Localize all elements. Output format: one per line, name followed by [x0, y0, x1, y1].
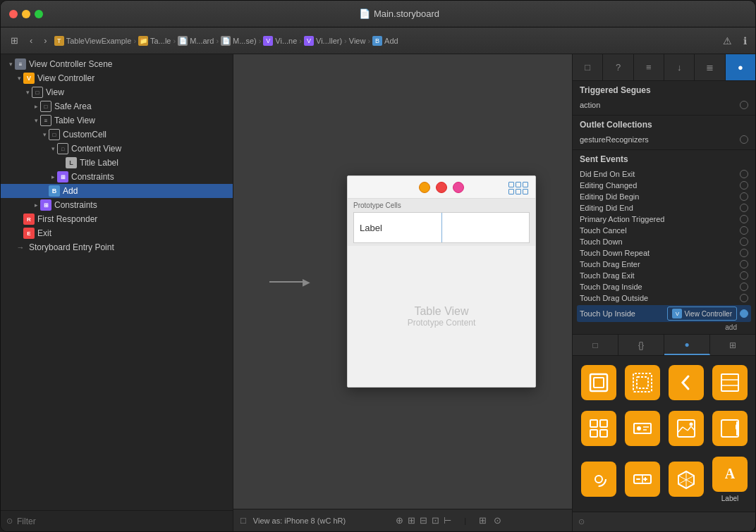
tree-item-view[interactable]: ▾ □ View	[1, 85, 233, 99]
tree-item-content-view[interactable]: ▾ □ Content View	[1, 142, 233, 156]
tab-attributes[interactable]: ↓	[664, 54, 695, 80]
canvas-zoom-icon[interactable]: ⊕	[396, 515, 403, 526]
connection-target-name: View Controller	[684, 310, 732, 318]
event-circle-touch-drag-enter[interactable]	[740, 260, 748, 268]
tree-label-add: Add	[63, 186, 78, 196]
connection-vc-icon: V	[672, 309, 682, 318]
svg-point-24	[592, 472, 606, 486]
event-circle-touch-drag-inside[interactable]	[740, 283, 748, 291]
lib-item-back-button[interactable]	[666, 361, 707, 404]
lib-item-table[interactable]	[709, 361, 750, 404]
event-circle-editing-did-begin[interactable]	[740, 192, 748, 201]
lib-item-label[interactable]: A Label	[709, 452, 750, 506]
tab-quickhelp[interactable]: ?	[603, 54, 633, 80]
tree-arrow-constraints-content: ▸	[49, 173, 57, 180]
connection-target-box[interactable]: V View Controller	[667, 307, 737, 321]
lib-tab-code[interactable]: {}	[618, 335, 664, 355]
canvas-layout-4-icon[interactable]: ⊢	[444, 515, 451, 526]
event-circle-touch-down-repeat[interactable]	[740, 249, 748, 257]
event-circle-touch-down[interactable]	[740, 237, 748, 246]
tree-item-entry-point[interactable]: → Storyboard Entry Point	[1, 240, 233, 254]
back-button[interactable]: ‹	[25, 33, 37, 48]
tree-item-exit[interactable]: E Exit	[1, 226, 233, 240]
event-circle-touch-up-inside[interactable]	[740, 309, 748, 318]
event-name-editing-did-end: Editing Did End	[580, 204, 633, 212]
minimize-button[interactable]	[22, 10, 30, 18]
breadcrumb: T TableViewExample › 📁 Ta...le › 📄 M...a…	[54, 36, 717, 46]
tree-item-custom-cell[interactable]: ▾ □ CustomCell	[1, 128, 233, 142]
tree-item-first-responder[interactable]: R First Responder	[1, 212, 233, 226]
library-filter-input[interactable]	[589, 518, 750, 526]
lib-item-table-view-cell[interactable]	[622, 407, 663, 450]
lib-item-container-view[interactable]	[622, 361, 663, 404]
warning-button[interactable]: ⚠	[720, 34, 735, 48]
breadcrumb-item-5[interactable]: V Vi...ller)	[304, 36, 342, 46]
lib-item-stepper[interactable]	[622, 452, 663, 506]
breadcrumb-item-0[interactable]: T TableViewExample	[54, 36, 132, 46]
lib-tab-objects[interactable]: ●	[664, 335, 710, 355]
tab-size[interactable]: ≣	[695, 54, 725, 80]
lib-tab-file[interactable]: □	[573, 335, 618, 355]
tree-item-scene[interactable]: ▾ ≡ View Controller Scene	[1, 57, 233, 71]
event-circle-touch-cancel[interactable]	[740, 226, 748, 235]
event-circle-gesture[interactable]	[740, 135, 748, 144]
window-title: Main.storyboard	[374, 8, 439, 19]
filter-input[interactable]	[17, 516, 227, 526]
breadcrumb-item-4[interactable]: V Vi...ne	[263, 36, 297, 46]
breadcrumb-item-6[interactable]: View	[349, 37, 366, 45]
lib-item-scroll-view[interactable]	[709, 407, 750, 450]
tab-file[interactable]: □	[573, 54, 603, 80]
grid-view-button[interactable]: ⊞	[6, 33, 23, 48]
tab-identity[interactable]: ≡	[634, 54, 664, 80]
maximize-button[interactable]	[35, 10, 43, 18]
tree-item-constraints-content[interactable]: ▸ ⊞ Constraints	[1, 170, 233, 184]
lib-item-image-view[interactable]	[666, 407, 707, 450]
lib-icon-stepper	[625, 462, 660, 497]
close-button[interactable]	[9, 10, 18, 18]
event-circle-primary-action[interactable]	[740, 215, 748, 223]
tree-item-title-label[interactable]: L Title Label	[1, 156, 233, 170]
canvas-layout-3-icon[interactable]: ⊡	[432, 515, 439, 526]
breadcrumb-item-7[interactable]: B Add	[372, 36, 398, 46]
tree-item-table-view[interactable]: ▾ ≡ Table View	[1, 113, 233, 128]
lib-item-3d-view[interactable]	[666, 452, 707, 506]
canvas-view-icon[interactable]: □	[240, 515, 246, 526]
lib-tab-media[interactable]: ⊞	[710, 335, 755, 355]
canvas-grid-icon[interactable]: ⊞	[479, 515, 487, 526]
lib-icon-view	[581, 365, 616, 400]
event-circle-touch-drag-outside[interactable]	[740, 294, 748, 302]
svg-rect-2	[633, 373, 652, 392]
canvas-layout-2-icon[interactable]: ⊟	[420, 515, 427, 526]
tree-item-constraints-view[interactable]: ▸ ⊞ Constraints	[1, 198, 233, 212]
tree-item-vc[interactable]: ▾ V View Controller	[1, 71, 233, 85]
event-circle-editing-did-end[interactable]	[740, 204, 748, 212]
label-icon-text: A	[725, 466, 735, 482]
info-button[interactable]: ℹ	[740, 34, 750, 48]
lib-item-activity-indicator[interactable]	[578, 452, 619, 506]
tab-connections[interactable]: ●	[726, 54, 755, 80]
canvas-filter-icon[interactable]: ⊙	[494, 515, 501, 526]
tree-item-safe-area[interactable]: ▸ □ Safe Area	[1, 99, 233, 113]
inspector-content: Triggered Segues action Outlet Collectio…	[573, 81, 755, 334]
lib-icon-scroll	[712, 411, 748, 446]
lib-item-view[interactable]	[578, 361, 619, 404]
triggered-segues-title: Triggered Segues	[580, 85, 748, 95]
lib-item-collection-view[interactable]	[578, 407, 619, 450]
canvas-filter-input[interactable]	[508, 516, 565, 525]
canvas-layout-1-icon[interactable]: ⊞	[408, 515, 415, 526]
forward-button[interactable]: ›	[39, 33, 51, 48]
event-circle-action[interactable]	[740, 101, 748, 109]
event-circle-did-end-on-exit[interactable]	[740, 170, 748, 178]
tree-label-entry-point: Storyboard Entry Point	[29, 242, 114, 252]
breadcrumb-sep-1: ›	[173, 37, 176, 45]
breadcrumb-item-2[interactable]: 📄 M...ard	[178, 36, 214, 46]
breadcrumb-item-3[interactable]: 📄 M...se)	[221, 36, 257, 46]
canvas[interactable]: Prototype Cells Label Table View Prot	[233, 54, 572, 509]
tree-item-add[interactable]: B Add	[1, 184, 233, 198]
breadcrumb-item-1[interactable]: 📁 Ta...le	[138, 36, 171, 46]
event-name-touch-down-repeat: Touch Down Repeat	[580, 249, 650, 257]
tree-arrow-scene: ▾	[6, 61, 15, 68]
svg-rect-8	[600, 420, 607, 427]
event-circle-editing-changed[interactable]	[740, 181, 748, 190]
event-circle-touch-drag-exit[interactable]	[740, 271, 748, 280]
